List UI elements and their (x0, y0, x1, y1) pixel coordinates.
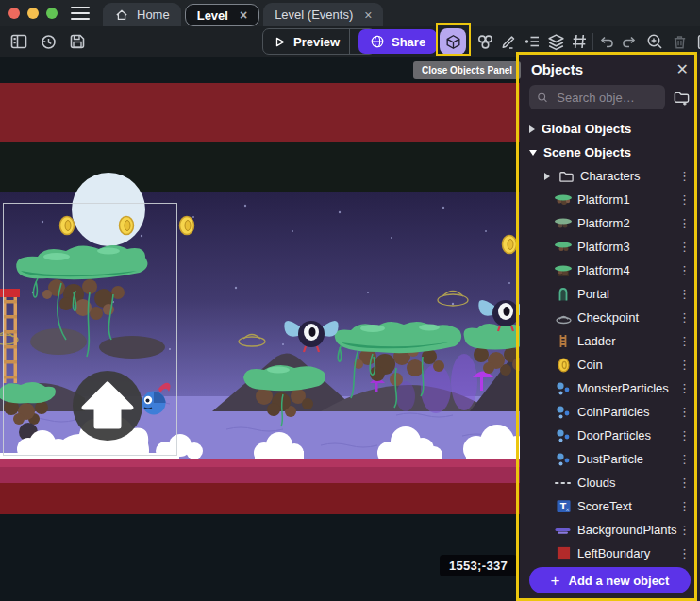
kebab-menu-icon[interactable]: ⋮ (678, 476, 691, 490)
particles-icon (554, 380, 573, 397)
svg-text:x: x (565, 506, 569, 512)
folder-icon (557, 168, 575, 185)
purple-line-icon (554, 522, 573, 539)
jump-arrow-control-object[interactable] (73, 371, 142, 441)
zoom-in-icon[interactable] (643, 30, 666, 53)
undo-icon[interactable] (595, 30, 618, 53)
share-label: Share (392, 35, 425, 49)
kebab-menu-icon[interactable]: ⋮ (678, 499, 691, 513)
kebab-menu-icon[interactable]: ⋮ (678, 523, 691, 537)
add-folder-icon[interactable] (673, 89, 691, 107)
text-object-icon: Tx (554, 498, 573, 515)
kebab-menu-icon[interactable]: ⋮ (678, 334, 691, 348)
kebab-menu-icon[interactable]: ⋮ (678, 169, 691, 183)
object-row-clouds[interactable]: Clouds ⋮ (520, 471, 700, 494)
object-row-monsterparticles[interactable]: MonsterParticles ⋮ (520, 376, 700, 400)
objects-panel-toggle-cube-icon[interactable] (440, 28, 466, 55)
chevron-right-icon (529, 125, 535, 133)
red-square-icon (554, 545, 573, 562)
globe-icon (370, 34, 385, 49)
close-tab-icon[interactable]: × (240, 8, 247, 22)
platform-thumbnail-icon (554, 215, 573, 232)
tab-level-events[interactable]: Level (Events) × (263, 3, 383, 26)
search-input[interactable] (555, 90, 658, 106)
project-manager-icon[interactable] (8, 30, 30, 53)
scene-editor-canvas[interactable] (0, 57, 521, 601)
cursor-coordinates: 1553;-337 (440, 555, 517, 576)
kebab-menu-icon[interactable]: ⋮ (678, 405, 691, 419)
close-tab-icon[interactable]: × (364, 8, 372, 22)
object-row-doorparticles[interactable]: DoorParticles ⋮ (520, 424, 700, 447)
bottom-red-boundary-band[interactable] (0, 483, 521, 514)
panel-title: Objects (531, 61, 583, 77)
chevron-right-icon (544, 173, 550, 180)
object-groups-icon[interactable] (474, 30, 496, 53)
object-row-platform1[interactable]: Platform1 ⋮ (520, 188, 700, 211)
kebab-menu-icon[interactable]: ⋮ (678, 310, 691, 325)
kebab-menu-icon[interactable]: ⋮ (678, 428, 691, 442)
trash-icon[interactable] (668, 30, 691, 53)
section-scene-objects[interactable]: Scene Objects (520, 141, 700, 164)
tooltip-close-objects-panel: Close Objects Panel (413, 61, 521, 79)
kebab-menu-icon[interactable]: ⋮ (678, 287, 691, 301)
scene-properties-icon[interactable] (694, 30, 700, 53)
object-row-portal[interactable]: Portal ⋮ (520, 282, 700, 306)
share-button[interactable]: Share (358, 29, 437, 54)
platform-thumbnail-icon (554, 262, 573, 279)
portal-arch-icon (554, 286, 573, 303)
grid-icon[interactable] (568, 30, 591, 53)
platform-thumbnail-icon (554, 239, 573, 256)
add-new-object-button[interactable]: + Add a new object (529, 567, 691, 593)
object-row-dustparticle[interactable]: DustParticle ⋮ (520, 447, 700, 471)
top-red-boundary-band[interactable] (0, 83, 521, 142)
tab-home[interactable]: Home (103, 3, 181, 26)
object-row-checkpoint[interactable]: Checkpoint ⋮ (520, 306, 700, 329)
minimize-window-button[interactable] (27, 8, 39, 19)
tab-label: Level (Events) (275, 8, 353, 22)
window-controls (8, 8, 58, 19)
object-row-scoretext[interactable]: Tx ScoreText ⋮ (520, 494, 700, 518)
kebab-menu-icon[interactable]: ⋮ (678, 192, 691, 207)
object-row-leftboundary[interactable]: LeftBoundary ⋮ (520, 542, 700, 563)
section-global-objects[interactable]: Global Objects (520, 117, 700, 141)
plus-icon: + (551, 573, 560, 589)
maximize-window-button[interactable] (46, 8, 58, 19)
ladder-icon (554, 333, 573, 350)
preview-label: Preview (293, 35, 340, 49)
preview-button[interactable]: Preview (263, 35, 349, 49)
tab-level[interactable]: Level × (185, 4, 259, 26)
object-row-platform2[interactable]: Platform2 ⋮ (520, 211, 700, 235)
edit-pencil-icon[interactable] (497, 30, 520, 53)
kebab-menu-icon[interactable]: ⋮ (678, 263, 691, 277)
objects-tree: Global Objects Scene Objects Characters … (520, 115, 700, 563)
save-icon[interactable] (66, 30, 89, 53)
close-panel-icon[interactable]: ✕ (676, 62, 689, 77)
object-row-platform3[interactable]: Platform3 ⋮ (520, 235, 700, 259)
object-row-platform4[interactable]: Platform4 ⋮ (520, 259, 700, 282)
kebab-menu-icon[interactable]: ⋮ (678, 358, 691, 372)
layers-icon[interactable] (544, 30, 567, 53)
dashes-icon (554, 475, 573, 492)
object-row-coinparticles[interactable]: CoinParticles ⋮ (520, 400, 700, 424)
kebab-menu-icon[interactable]: ⋮ (678, 381, 691, 395)
kebab-menu-icon[interactable]: ⋮ (678, 452, 691, 466)
object-row-characters-folder[interactable]: Characters ⋮ (520, 164, 700, 188)
kebab-menu-icon[interactable]: ⋮ (678, 216, 691, 230)
hamburger-menu-icon[interactable] (71, 7, 90, 20)
close-window-button[interactable] (8, 8, 20, 19)
history-clock-icon[interactable] (37, 30, 59, 53)
object-row-ladder[interactable]: Ladder ⋮ (520, 329, 700, 353)
kebab-menu-icon[interactable]: ⋮ (678, 240, 691, 254)
chevron-down-icon (529, 150, 537, 156)
kebab-menu-icon[interactable]: ⋮ (678, 546, 691, 560)
moon-object[interactable] (72, 173, 145, 246)
play-icon (273, 35, 287, 49)
object-search-field[interactable] (529, 85, 665, 109)
object-row-backgroundplants[interactable]: BackgroundPlants ⋮ (520, 518, 700, 542)
tab-label: Level (197, 8, 228, 23)
redo-icon[interactable] (618, 30, 641, 53)
particles-icon (554, 427, 573, 444)
instances-list-icon[interactable] (521, 30, 543, 53)
coin-icon (554, 357, 573, 374)
object-row-coin[interactable]: Coin ⋮ (520, 353, 700, 376)
